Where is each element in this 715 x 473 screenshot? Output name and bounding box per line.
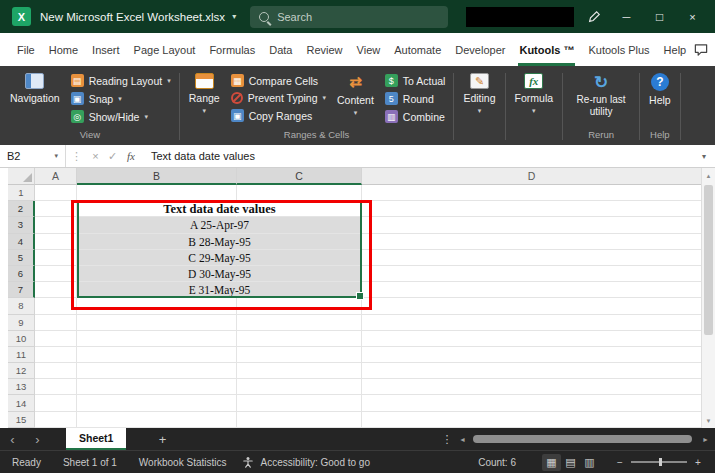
cell-B1[interactable] (77, 185, 237, 201)
cell-D5[interactable] (362, 250, 701, 266)
compare-cells-button[interactable]: ▦ Compare Cells (226, 72, 331, 89)
tab-automate[interactable]: Automate (387, 33, 448, 66)
cell-C12[interactable] (237, 363, 362, 379)
tab-data[interactable]: Data (262, 33, 299, 66)
row-header-7[interactable]: 7 (8, 282, 35, 298)
content-button[interactable]: ⇄ Content ▾ (331, 71, 380, 119)
tab-insert[interactable]: Insert (85, 33, 127, 66)
cell-text-B5[interactable]: C 29-May-95 (77, 250, 362, 266)
name-box[interactable]: B2 ▾ (0, 145, 66, 167)
previous-sheet-icon[interactable]: ‹ (0, 432, 25, 447)
cell-D11[interactable] (362, 347, 701, 363)
cell-C15[interactable] (237, 412, 362, 428)
cell-A14[interactable] (35, 395, 77, 411)
range-button[interactable]: Range ▾ (183, 71, 226, 117)
horizontal-scrollbar[interactable]: ◄ ► (455, 428, 713, 450)
cell-D10[interactable] (362, 331, 701, 347)
help-button[interactable]: ? Help (643, 71, 677, 108)
cell-D2[interactable] (362, 201, 701, 217)
minimize-button[interactable]: ─ (610, 0, 643, 33)
cell-A9[interactable] (35, 315, 77, 331)
column-header-D[interactable]: D (362, 168, 701, 185)
scroll-down-icon[interactable]: ▼ (702, 413, 715, 428)
cell-D8[interactable] (362, 298, 701, 314)
cell-B8[interactable] (77, 298, 237, 314)
cell-C9[interactable] (237, 315, 362, 331)
cell-D3[interactable] (362, 217, 701, 233)
cell-D4[interactable] (362, 234, 701, 250)
cell-B13[interactable] (77, 379, 237, 395)
row-header-9[interactable]: 9 (8, 315, 35, 331)
round-button[interactable]: 5 Round (380, 90, 451, 107)
close-button[interactable]: × (676, 0, 709, 33)
next-sheet-icon[interactable]: › (25, 432, 50, 447)
page-break-view-icon[interactable]: ▥ (580, 454, 599, 471)
status-sheet-count[interactable]: Sheet 1 of 1 (63, 457, 117, 468)
row-header-11[interactable]: 11 (8, 347, 35, 363)
snap-button[interactable]: ▣ Snap ▾ (66, 90, 176, 107)
column-header-C[interactable]: C (237, 168, 362, 185)
cancel-icon[interactable]: × (87, 150, 104, 162)
vertical-scrollbar-thumb[interactable] (704, 185, 713, 335)
sheet-bar-more-icon[interactable]: ⋮ (439, 433, 455, 446)
maximize-button[interactable]: □ (643, 0, 676, 33)
add-sheet-button[interactable]: + (152, 432, 172, 447)
cell-C1[interactable] (237, 185, 362, 201)
cell-A12[interactable] (35, 363, 77, 379)
cell-D9[interactable] (362, 315, 701, 331)
tab-view[interactable]: View (350, 33, 388, 66)
search-box[interactable]: Search (250, 6, 448, 28)
to-actual-button[interactable]: $ To Actual (380, 72, 451, 89)
cell-C13[interactable] (237, 379, 362, 395)
row-header-14[interactable]: 14 (8, 395, 35, 411)
cell-B9[interactable] (77, 315, 237, 331)
editing-button[interactable]: ✎ Editing ▾ (457, 71, 501, 117)
cell-C11[interactable] (237, 347, 362, 363)
tab-developer[interactable]: Developer (448, 33, 512, 66)
cell-A3[interactable] (35, 217, 77, 233)
copy-ranges-button[interactable]: ▣ Copy Ranges (226, 107, 331, 124)
reading-layout-button[interactable]: ▤ Reading Layout ▾ (66, 72, 176, 89)
row-header-12[interactable]: 12 (8, 363, 35, 379)
select-all-corner[interactable] (8, 168, 35, 185)
combine-button[interactable]: ▥ Combine (380, 108, 451, 125)
tab-review[interactable]: Review (299, 33, 349, 66)
cell-D1[interactable] (362, 185, 701, 201)
formula-bar-drag-handle-icon[interactable]: ⋮ (71, 150, 82, 163)
zoom-out-button[interactable]: − (613, 457, 627, 468)
formula-bar-content[interactable]: Text data date values (151, 150, 255, 162)
cell-D15[interactable] (362, 412, 701, 428)
cell-C14[interactable] (237, 395, 362, 411)
cell-B15[interactable] (77, 412, 237, 428)
scroll-left-icon[interactable]: ◄ (455, 436, 470, 443)
cell-text-B7[interactable]: E 31-May-95 (77, 282, 362, 298)
cell-A4[interactable] (35, 234, 77, 250)
cell-text-B6[interactable]: D 30-May-95 (77, 266, 362, 282)
scroll-up-icon[interactable]: ▲ (702, 168, 715, 183)
tab-kutools-plus[interactable]: Kutools Plus (581, 33, 656, 66)
rerun-last-utility-button[interactable]: ↻ Re-run last utility (566, 71, 636, 119)
window-title[interactable]: New Microsoft Excel Worksheet.xlsx (40, 11, 225, 23)
cell-A7[interactable] (35, 282, 77, 298)
cell-A11[interactable] (35, 347, 77, 363)
cell-D6[interactable] (362, 266, 701, 282)
column-header-B[interactable]: B (77, 168, 237, 185)
ink-pen-icon[interactable] (577, 0, 610, 33)
row-header-5[interactable]: 5 (8, 250, 35, 266)
tab-kutools[interactable]: Kutools ™ (512, 33, 581, 66)
cell-B10[interactable] (77, 331, 237, 347)
cell-C8[interactable] (237, 298, 362, 314)
formula-bar-expand-icon[interactable]: ▾ (702, 152, 706, 161)
cell-D14[interactable] (362, 395, 701, 411)
cell-text-B3[interactable]: A 25-Apr-97 (77, 217, 362, 233)
page-layout-view-icon[interactable]: ▤ (561, 454, 580, 471)
row-header-10[interactable]: 10 (8, 331, 35, 347)
cell-D12[interactable] (362, 363, 701, 379)
vertical-scrollbar[interactable]: ▲ ▼ (701, 168, 715, 428)
workbook-statistics-button[interactable]: Workbook Statistics (139, 457, 227, 468)
tab-formulas[interactable]: Formulas (202, 33, 262, 66)
row-header-2[interactable]: 2 (8, 201, 35, 217)
cell-A8[interactable] (35, 298, 77, 314)
row-header-15[interactable]: 15 (8, 412, 35, 428)
tab-page-layout[interactable]: Page Layout (127, 33, 203, 66)
